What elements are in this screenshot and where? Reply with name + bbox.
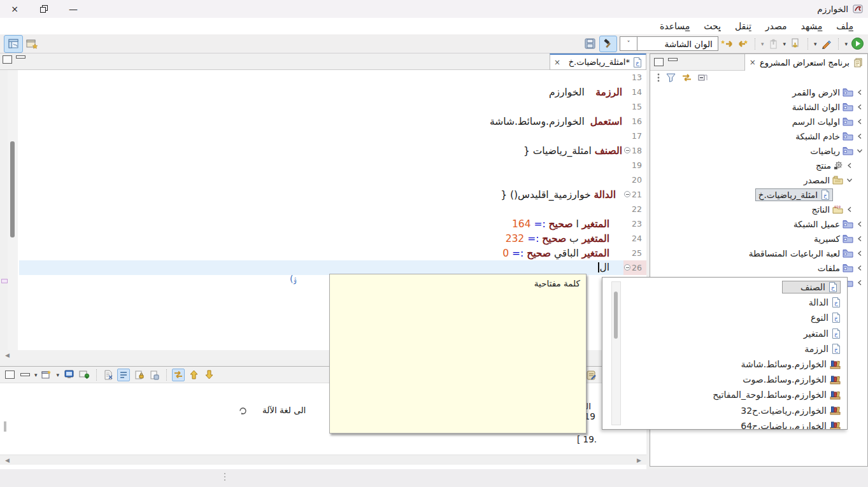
completion-item-5[interactable]: الخوارزم.وسائط.شاشة: [622, 356, 847, 372]
maximize-view-icon[interactable]: [654, 58, 664, 66]
selected-completion-box[interactable]: خالصنف: [782, 281, 841, 293]
code-line-17[interactable]: [19, 129, 623, 143]
open-console-dropdown[interactable]: ▾: [57, 372, 60, 378]
code-line-23[interactable]: المتغير ا صحيح := 164: [19, 216, 623, 231]
tree-item-منتج[interactable]: منتج: [650, 158, 867, 173]
gutter-line-25[interactable]: 25: [623, 246, 646, 260]
tree-item-الارض والقمر[interactable]: الارض والقمر: [650, 85, 867, 99]
tree-item-كسيرية[interactable]: كسيرية: [650, 231, 867, 246]
completion-item-1[interactable]: خالدالة: [622, 295, 847, 310]
gutter-line-14[interactable]: 14: [623, 85, 646, 99]
maximize-editor-icon[interactable]: [3, 55, 12, 64]
minimize-view-button[interactable]: [18, 369, 31, 381]
last-edit-location-button[interactable]: [789, 36, 802, 52]
go-into-dropdown-arrow[interactable]: ▾: [761, 41, 764, 47]
gutter-line-15[interactable]: 15: [623, 99, 646, 114]
build-button[interactable]: [599, 36, 617, 52]
popup-scrollbar-thumb[interactable]: [614, 292, 618, 339]
maximize-view-button[interactable]: [3, 369, 16, 381]
gutter-line-24[interactable]: 24: [623, 231, 646, 246]
chevron-collapsed-icon[interactable]: [856, 265, 864, 271]
collapse-all-icon[interactable]: [698, 73, 708, 82]
completion-item-4[interactable]: خالرزمة: [622, 341, 847, 356]
menu-item-1[interactable]: مشهد: [794, 19, 830, 33]
gutter-line-17[interactable]: 17: [623, 129, 646, 143]
completion-item-7[interactable]: الخوارزم.وسائط.لوحة_المفاتيح: [622, 387, 847, 402]
code-line-24[interactable]: المتغير ب صحيح := 232: [19, 231, 623, 246]
tree-item-المصدر[interactable]: المصدر: [650, 173, 867, 187]
gutter-line-19[interactable]: 19: [623, 158, 646, 173]
clear-console-button[interactable]: [102, 369, 115, 381]
tree-item-رياضيات[interactable]: رياضيات: [650, 143, 867, 158]
run-dropdown-arrow[interactable]: ▾: [844, 41, 848, 47]
open-perspective-button[interactable]: [25, 36, 38, 52]
external-tools-button[interactable]: [820, 36, 832, 52]
scroll-left-icon[interactable]: ◀: [5, 352, 10, 358]
chevron-collapsed-icon[interactable]: [856, 279, 864, 286]
fold-collapse-icon[interactable]: [624, 147, 630, 153]
minimize-editor-icon[interactable]: [16, 55, 25, 59]
forward-nav-button[interactable]: [736, 36, 749, 52]
run-configuration-value[interactable]: الوان الشاشة: [637, 36, 718, 51]
view-menu-icon[interactable]: [657, 73, 660, 82]
code-line-14[interactable]: الرزمة الخوارزم: [19, 85, 623, 99]
close-tab-icon[interactable]: ×: [554, 58, 560, 67]
fold-collapse-icon[interactable]: [624, 191, 630, 197]
gutter-line-23[interactable]: 23: [623, 216, 646, 231]
gutter-line-18[interactable]: 18: [623, 143, 646, 158]
code-line-15[interactable]: [19, 99, 623, 114]
combo-dropdown-icon[interactable]: ˅: [620, 36, 637, 51]
menu-item-4[interactable]: بحث: [697, 19, 728, 33]
chevron-collapsed-icon[interactable]: [856, 118, 864, 125]
selected-item-box[interactable]: خامثلة_رياضيات.خ: [755, 188, 833, 201]
view-menu-arrow[interactable]: ▾: [34, 372, 38, 378]
chevron-collapsed-icon[interactable]: [856, 133, 864, 139]
save-console-output-button[interactable]: [148, 369, 160, 381]
chevron-collapsed-icon[interactable]: [856, 236, 864, 242]
scroll-right-icon[interactable]: ▶: [637, 457, 641, 463]
menu-item-2[interactable]: مصدر: [758, 19, 794, 33]
console-tasks-button[interactable]: [585, 369, 597, 381]
gutter-line-21[interactable]: 21: [623, 187, 646, 202]
chevron-expanded-icon[interactable]: [846, 178, 853, 183]
tree-item-الناتج[interactable]: 010الناتج: [650, 202, 867, 216]
editor-tab[interactable]: خ *امثلة_رياضيات.خ ×: [550, 53, 646, 70]
open-console-button[interactable]: [41, 369, 53, 381]
back-nav-button[interactable]: [721, 36, 734, 52]
gutter-line-20[interactable]: 20: [623, 173, 646, 187]
completion-item-9[interactable]: الخوارزم.رياضيات.ح64: [622, 418, 847, 430]
restore-window-button[interactable]: [29, 0, 59, 18]
scroll-lock-button[interactable]: [117, 369, 130, 381]
run-button[interactable]: [851, 36, 864, 52]
tree-item-الوان الشاشة[interactable]: الوان الشاشة: [650, 99, 867, 114]
chevron-collapsed-icon[interactable]: [856, 250, 864, 257]
gutter-line-26[interactable]: 26: [623, 260, 646, 275]
close-window-button[interactable]: ×: [0, 0, 29, 18]
code-line-19[interactable]: [19, 158, 623, 173]
tree-item-ملفات[interactable]: ملفات: [650, 260, 867, 275]
code-line-22[interactable]: [19, 202, 623, 216]
chevron-collapsed-icon[interactable]: [856, 89, 864, 95]
code-line-20[interactable]: [19, 173, 623, 187]
previous-console-button[interactable]: [187, 369, 200, 381]
chevron-collapsed-icon[interactable]: [856, 221, 864, 227]
run-configuration-combo[interactable]: الوان الشاشة ˅: [620, 36, 718, 51]
tree-item-عميل الشبكة[interactable]: عميل الشبكة: [650, 216, 867, 231]
gutter-line-16[interactable]: 16: [623, 114, 646, 129]
gutter-line-13[interactable]: 13: [623, 70, 646, 85]
scroll-left-icon[interactable]: ◀: [5, 457, 10, 463]
tree-item-خادم الشبكة[interactable]: خادم الشبكة: [650, 129, 867, 143]
editor-scrollbar-thumb[interactable]: [10, 141, 15, 237]
code-line-16[interactable]: استعمل الخوارزم.وسائط.شاشة: [19, 114, 623, 129]
link-with-console-button[interactable]: [172, 369, 185, 381]
link-editor-icon[interactable]: [681, 73, 692, 82]
filter-icon[interactable]: [666, 73, 676, 82]
code-line-21[interactable]: الدالة خوارزمية_اقليدس() {: [19, 187, 623, 202]
tree-item-لعبة الرباعيات المتساقطة[interactable]: لعبة الرباعيات المتساقطة: [650, 246, 867, 260]
tree-item-اوليات الرسم[interactable]: اوليات الرسم: [650, 114, 867, 129]
chevron-collapsed-icon[interactable]: [856, 104, 864, 110]
code-line-13[interactable]: [19, 70, 623, 85]
tree-item-امثلة_رياضيات.خ[interactable]: خامثلة_رياضيات.خ: [650, 187, 867, 202]
fold-collapse-icon[interactable]: [624, 264, 630, 271]
code-line-18[interactable]: الصنف امثلة_رياضيات {: [19, 143, 623, 158]
